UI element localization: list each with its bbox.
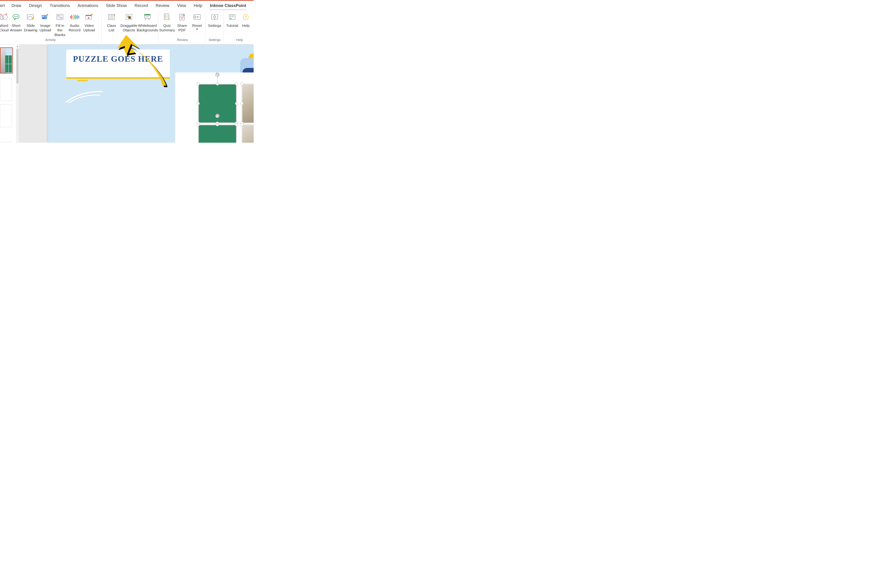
svg-rect-52 xyxy=(165,16,166,17)
ribbon-group-label: Help xyxy=(225,38,254,43)
share-pdf-icon xyxy=(178,13,186,21)
word-cloud-button[interactable]: Word Cloud xyxy=(0,13,9,33)
settings-button[interactable]: Settings xyxy=(207,13,222,28)
audio-record-icon xyxy=(70,13,79,21)
slide-canvas[interactable]: PUZZLE GOES HERE xyxy=(48,45,254,143)
tab-view[interactable]: View xyxy=(173,3,190,9)
menu-tab-bar: ert Draw Design Transitions Animations S… xyxy=(0,3,254,10)
slide-thumbnail-2[interactable] xyxy=(0,78,12,101)
ribbon-group-slidetools: ★ Class List Draggable Objects xyxy=(103,10,158,43)
slide-thumbnail-4[interactable] xyxy=(0,142,12,143)
image-upload-button[interactable]: Image Upload xyxy=(38,13,52,33)
tab-design[interactable]: Design xyxy=(25,3,46,9)
whiteboard-backgrounds-button[interactable]: Whiteboard Backgrounds xyxy=(138,13,157,33)
scroll-thumb[interactable] xyxy=(16,49,18,84)
svg-point-39 xyxy=(126,19,126,20)
class-list-button[interactable]: ★ Class List xyxy=(103,13,120,33)
svg-rect-71 xyxy=(230,16,234,17)
svg-rect-53 xyxy=(166,16,168,17)
ribbon-btn-label: Reset xyxy=(192,23,202,28)
svg-rect-27 xyxy=(86,15,91,16)
svg-point-10 xyxy=(43,16,44,17)
ribbon-group-label xyxy=(103,42,158,43)
tutorial-button[interactable]: Tutorial xyxy=(225,13,239,28)
tab-slide-show[interactable]: Slide Show xyxy=(102,3,131,9)
slide-thumbnail-panel: ▴ xyxy=(0,45,19,143)
svg-line-48 xyxy=(148,18,150,20)
ribbon-btn-label: Tutorial xyxy=(226,23,238,28)
svg-rect-14 xyxy=(58,17,62,17)
ribbon-group-help: Tutorial ? Help Help xyxy=(225,10,254,43)
rotate-handle-line-a2 xyxy=(217,117,218,125)
draggable-tile-b1[interactable] xyxy=(242,84,254,123)
help-button[interactable]: ? Help xyxy=(239,13,253,28)
svg-rect-57 xyxy=(181,19,183,19)
svg-rect-12 xyxy=(58,15,59,16)
ribbon-group-label: Review xyxy=(160,38,205,43)
video-upload-button[interactable]: Video Upload xyxy=(82,13,96,33)
quiz-summary-button[interactable]: Quiz Summary xyxy=(160,13,175,33)
slide-thumbnail-3[interactable] xyxy=(0,105,12,127)
ribbon-btn-label: Audio Record xyxy=(69,23,81,33)
ribbon-separator xyxy=(158,12,159,43)
fill-blanks-button[interactable]: Fill in the Blanks xyxy=(52,13,67,37)
audio-record-button[interactable]: Audio Record xyxy=(67,13,82,33)
svg-line-47 xyxy=(145,18,146,20)
svg-point-38 xyxy=(132,14,132,15)
share-pdf-button[interactable]: Share PDF xyxy=(175,13,190,33)
slide-thumbnail-1[interactable] xyxy=(0,47,13,73)
slide-title-underline-accent xyxy=(77,80,88,81)
slide-drawing-button[interactable]: Slide Drawing xyxy=(23,13,38,33)
scroll-up-icon[interactable]: ▴ xyxy=(16,45,19,47)
settings-icon xyxy=(211,13,218,21)
tab-picture-format[interactable]: Picture Format xyxy=(250,3,254,9)
draggable-tile-b2[interactable] xyxy=(242,125,254,143)
svg-point-7 xyxy=(17,16,18,17)
image-upload-icon xyxy=(41,13,49,21)
ribbon-btn-label: Quiz Summary xyxy=(159,23,175,33)
tab-review[interactable]: Review xyxy=(152,3,173,9)
svg-rect-50 xyxy=(165,15,166,15)
ribbon-group-review: Quiz Summary Share PDF xyxy=(160,10,205,43)
app-top-accent xyxy=(0,0,254,1)
svg-point-61 xyxy=(214,16,216,18)
svg-rect-44 xyxy=(144,14,150,15)
reset-icon xyxy=(193,13,201,21)
draggable-objects-button[interactable]: Draggable Objects xyxy=(120,13,138,33)
ribbon-btn-label: Whiteboard Backgrounds xyxy=(137,23,158,33)
tab-transitions[interactable]: Transitions xyxy=(46,3,74,9)
tab-draw[interactable]: Draw xyxy=(7,3,25,9)
ribbon-btn-label: Word Cloud xyxy=(0,23,9,33)
ribbon-group-label: Settings xyxy=(207,38,222,43)
thumbnail-scrollbar[interactable]: ▴ xyxy=(16,45,19,143)
svg-point-2 xyxy=(6,13,7,15)
ribbon-btn-label: Help xyxy=(242,23,250,28)
tab-insert-partial[interactable]: ert xyxy=(0,3,7,9)
ribbon-btn-label: Class List xyxy=(107,23,116,33)
tutorial-icon xyxy=(229,13,236,21)
tab-inknoe-classpoint[interactable]: Inknoe ClassPoint xyxy=(206,3,250,9)
svg-text:★: ★ xyxy=(114,16,115,18)
ribbon-btn-label: Video Upload xyxy=(84,23,95,33)
tab-animations[interactable]: Animations xyxy=(74,3,102,9)
svg-point-74 xyxy=(216,73,219,77)
slide-title-card[interactable]: PUZZLE GOES HERE xyxy=(66,49,170,77)
ribbon-btn-label: Settings xyxy=(208,23,221,28)
svg-rect-51 xyxy=(166,15,168,15)
svg-text:?: ? xyxy=(245,15,247,19)
tab-help[interactable]: Help xyxy=(190,3,206,9)
ribbon: Word Cloud Short Answer xyxy=(0,10,254,45)
draggable-tile-a2[interactable] xyxy=(199,125,236,143)
whiteboard-icon xyxy=(144,13,151,21)
short-answer-button[interactable]: Short Answer xyxy=(9,13,23,33)
ribbon-group-settings: Settings Settings xyxy=(207,10,222,43)
svg-rect-70 xyxy=(232,15,234,16)
reset-button[interactable]: Reset xyxy=(190,13,205,30)
chevron-down-icon xyxy=(196,28,198,30)
slide-editor-stage: PUZZLE GOES HERE xyxy=(19,45,254,143)
draggable-objects-icon xyxy=(124,13,133,21)
tab-record[interactable]: Record xyxy=(131,3,152,9)
rotate-handle-a2[interactable] xyxy=(215,114,220,118)
svg-point-37 xyxy=(126,14,126,15)
rotate-handle-a1[interactable] xyxy=(215,72,220,77)
